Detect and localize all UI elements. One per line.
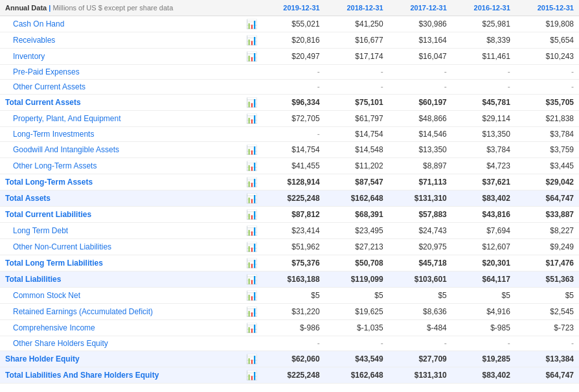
table-row: Total Assets📊$225,248$162,648$131,310$83… [0, 190, 579, 207]
row-label-inventory[interactable]: Inventory [0, 49, 242, 65]
row-label-cash-on-hand[interactable]: Cash On Hand [0, 16, 242, 32]
chart-icon-inventory[interactable]: 📊 [242, 49, 262, 65]
cell-long-term-debt-2: $24,743 [389, 223, 452, 239]
cell-share-holder-equity-2: $27,709 [389, 351, 452, 367]
header-col-2017[interactable]: 2017-12-31 [389, 0, 452, 16]
table-row: Other Non-Current Liabilities📊$51,962$27… [0, 239, 579, 255]
chart-icon-long-term-investments [242, 127, 262, 142]
bar-chart-icon[interactable]: 📊 [246, 274, 257, 284]
bar-chart-icon[interactable]: 📊 [246, 97, 257, 108]
row-label-common-stock-net[interactable]: Common Stock Net [0, 288, 242, 304]
cell-other-long-term-assets-1: $11,202 [325, 158, 389, 174]
bar-chart-icon[interactable]: 📊 [246, 306, 257, 317]
row-label-total-liabilities[interactable]: Total Liabilities [0, 271, 242, 288]
bar-chart-icon[interactable]: 📊 [246, 35, 257, 45]
cell-receivables-3: $8,339 [452, 32, 516, 49]
cell-total-long-term-liabilities-0: $75,376 [262, 255, 325, 271]
cell-total-long-term-liabilities-4: $17,476 [516, 255, 579, 271]
chart-icon-total-current-liabilities[interactable]: 📊 [242, 207, 262, 223]
row-label-total-liabilities-equity[interactable]: Total Liabilities And Share Holders Equi… [0, 367, 242, 384]
chart-icon-total-long-term-assets[interactable]: 📊 [242, 174, 262, 190]
row-label-other-long-term-assets[interactable]: Other Long-Term Assets [0, 158, 242, 174]
cell-cash-on-hand-3: $25,981 [452, 16, 516, 32]
chart-icon-retained-earnings[interactable]: 📊 [242, 304, 262, 320]
table-row: Cash On Hand📊$55,021$41,250$30,986$25,98… [0, 16, 579, 32]
bar-chart-icon[interactable]: 📊 [246, 51, 257, 62]
cell-other-non-current-liabilities-1: $27,213 [325, 239, 389, 255]
cell-total-long-term-assets-3: $37,621 [452, 174, 516, 190]
cell-inventory-2: $16,047 [389, 49, 452, 65]
row-label-pre-paid-expenses[interactable]: Pre-Paid Expenses [0, 65, 242, 80]
chart-icon-total-liabilities[interactable]: 📊 [242, 271, 262, 288]
chart-icon-receivables[interactable]: 📊 [242, 32, 262, 49]
row-label-goodwill-intangibles[interactable]: Goodwill And Intangible Assets [0, 142, 242, 158]
cell-pre-paid-expenses-2: - [389, 65, 452, 80]
chart-icon-common-stock-net[interactable]: 📊 [242, 288, 262, 304]
row-label-other-current-assets[interactable]: Other Current Assets [0, 80, 242, 95]
row-label-other-non-current-liabilities[interactable]: Other Non-Current Liabilities [0, 239, 242, 255]
row-label-other-share-holders-equity[interactable]: Other Share Holders Equity [0, 336, 242, 351]
bar-chart-icon[interactable]: 📊 [246, 177, 257, 187]
bar-chart-icon[interactable]: 📊 [246, 290, 257, 301]
chart-icon-total-current-assets[interactable]: 📊 [242, 95, 262, 111]
table-row: Pre-Paid Expenses----- [0, 65, 579, 80]
chart-icon-cash-on-hand[interactable]: 📊 [242, 16, 262, 32]
cell-long-term-debt-0: $23,414 [262, 223, 325, 239]
chart-icon-long-term-debt[interactable]: 📊 [242, 223, 262, 239]
bar-chart-icon[interactable]: 📊 [246, 225, 257, 236]
table-row: Goodwill And Intangible Assets📊$14,754$1… [0, 142, 579, 158]
header-label: Annual Data | Millions of US $ except pe… [0, 0, 242, 16]
bar-chart-icon[interactable]: 📊 [246, 19, 257, 29]
cell-goodwill-intangibles-3: $3,784 [452, 142, 516, 158]
bar-chart-icon[interactable]: 📊 [246, 258, 257, 268]
chart-icon-share-holder-equity[interactable]: 📊 [242, 351, 262, 367]
row-label-retained-earnings[interactable]: Retained Earnings (Accumulated Deficit) [0, 304, 242, 320]
cell-goodwill-intangibles-4: $3,759 [516, 142, 579, 158]
table-row: Total Current Liabilities📊$87,812$68,391… [0, 207, 579, 223]
row-label-long-term-investments[interactable]: Long-Term Investments [0, 127, 242, 142]
cell-total-long-term-liabilities-2: $45,718 [389, 255, 452, 271]
row-label-receivables[interactable]: Receivables [0, 32, 242, 49]
bar-chart-icon[interactable]: 📊 [246, 144, 257, 155]
bar-chart-icon[interactable]: 📊 [246, 354, 257, 364]
cell-share-holder-equity-4: $13,384 [516, 351, 579, 367]
cell-total-assets-3: $83,402 [452, 190, 516, 207]
bar-chart-icon[interactable]: 📊 [246, 370, 257, 380]
header-col-2016[interactable]: 2016-12-31 [452, 0, 516, 16]
bar-chart-icon[interactable]: 📊 [246, 323, 257, 333]
chart-icon-property-plant-equipment[interactable]: 📊 [242, 111, 262, 127]
chart-icon-total-long-term-liabilities[interactable]: 📊 [242, 255, 262, 271]
cell-total-long-term-assets-1: $87,547 [325, 174, 389, 190]
cell-common-stock-net-3: $5 [452, 288, 516, 304]
bar-chart-icon[interactable]: 📊 [246, 161, 257, 171]
bar-chart-icon[interactable]: 📊 [246, 113, 257, 124]
header-col-2015[interactable]: 2015-12-31 [516, 0, 579, 16]
row-label-share-holder-equity[interactable]: Share Holder Equity [0, 351, 242, 367]
row-label-total-long-term-assets[interactable]: Total Long-Term Assets [0, 174, 242, 190]
chart-icon-other-non-current-liabilities[interactable]: 📊 [242, 239, 262, 255]
cell-comprehensive-income-1: $-1,035 [325, 320, 389, 336]
chart-icon-total-liabilities-equity[interactable]: 📊 [242, 367, 262, 384]
header-col-2019[interactable]: 2019-12-31 [262, 0, 325, 16]
chart-icon-total-assets[interactable]: 📊 [242, 190, 262, 207]
row-label-total-long-term-liabilities[interactable]: Total Long Term Liabilities [0, 255, 242, 271]
cell-common-stock-net-2: $5 [389, 288, 452, 304]
row-label-property-plant-equipment[interactable]: Property, Plant, And Equipment [0, 111, 242, 127]
chart-icon-comprehensive-income[interactable]: 📊 [242, 320, 262, 336]
cell-other-share-holders-equity-4: - [516, 336, 579, 351]
bar-chart-icon[interactable]: 📊 [246, 242, 257, 252]
chart-icon-other-long-term-assets[interactable]: 📊 [242, 158, 262, 174]
bar-chart-icon[interactable]: 📊 [246, 209, 257, 220]
row-label-total-current-assets[interactable]: Total Current Assets [0, 95, 242, 111]
chart-icon-goodwill-intangibles[interactable]: 📊 [242, 142, 262, 158]
row-label-long-term-debt[interactable]: Long Term Debt [0, 223, 242, 239]
cell-retained-earnings-1: $19,625 [325, 304, 389, 320]
table-row: Other Long-Term Assets📊$41,455$11,202$8,… [0, 158, 579, 174]
header-col-2018[interactable]: 2018-12-31 [325, 0, 389, 16]
row-label-total-current-liabilities[interactable]: Total Current Liabilities [0, 207, 242, 223]
row-label-comprehensive-income[interactable]: Comprehensive Income [0, 320, 242, 336]
cell-pre-paid-expenses-3: - [452, 65, 516, 80]
bar-chart-icon[interactable]: 📊 [246, 193, 257, 203]
cell-comprehensive-income-3: $-985 [452, 320, 516, 336]
row-label-total-assets[interactable]: Total Assets [0, 190, 242, 207]
